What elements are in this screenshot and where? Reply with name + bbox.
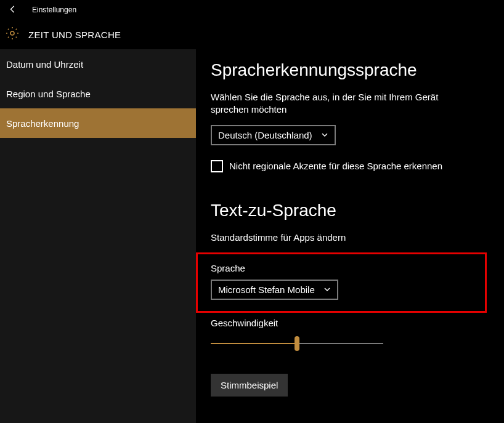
checkbox-icon: [211, 160, 223, 172]
checkbox-label: Nicht regionale Akzente für diese Sprach…: [229, 161, 442, 171]
chevron-down-icon: [323, 284, 331, 295]
back-icon[interactable]: [9, 5, 17, 15]
select-value: Microsoft Stefan Mobile: [218, 284, 315, 295]
preview-voice-button[interactable]: Stimmbeispiel: [211, 374, 288, 397]
section-description: Standardstimme für Apps ändern: [211, 232, 476, 244]
sidebar-item-speech[interactable]: Spracherkennung: [0, 108, 196, 138]
chevron-down-icon: [321, 130, 328, 140]
speed-slider[interactable]: [211, 340, 383, 348]
section-description: Wählen Sie die Sprache aus, in der Sie m…: [211, 91, 476, 116]
voice-select[interactable]: Microsoft Stefan Mobile: [211, 280, 338, 300]
accent-checkbox[interactable]: Nicht regionale Akzente für diese Sprach…: [211, 160, 489, 172]
page-header: ZEIT UND SPRACHE: [0, 20, 504, 49]
svg-point-0: [10, 31, 14, 35]
gear-icon: [5, 26, 20, 43]
button-label: Stimmbeispiel: [221, 380, 278, 390]
sidebar: Datum und Uhrzeit Region und Sprache Spr…: [0, 49, 196, 423]
voice-label: Sprache: [206, 263, 476, 273]
sidebar-item-label: Datum und Uhrzeit: [6, 59, 83, 70]
slider-track-empty: [297, 343, 383, 344]
section-title-speech-recognition: Spracherkennungssprache: [211, 60, 489, 80]
slider-track-filled: [211, 343, 297, 344]
sidebar-item-datetime[interactable]: Datum und Uhrzeit: [0, 49, 196, 79]
window-title: Einstellungen: [32, 6, 76, 14]
page-title: ZEIT UND SPRACHE: [28, 30, 121, 40]
speed-label: Geschwindigkeit: [211, 318, 489, 328]
content: Spracherkennungssprache Wählen Sie die S…: [196, 49, 504, 423]
titlebar: Einstellungen: [0, 0, 504, 20]
voice-highlight-box: Sprache Microsoft Stefan Mobile: [196, 252, 487, 313]
sidebar-item-label: Region und Sprache: [6, 89, 91, 99]
slider-thumb: [295, 336, 299, 351]
sidebar-item-region[interactable]: Region und Sprache: [0, 79, 196, 108]
section-title-tts: Text-zu-Sprache: [211, 201, 489, 220]
language-select[interactable]: Deutsch (Deutschland): [211, 125, 336, 145]
sidebar-item-label: Spracherkennung: [6, 118, 79, 129]
select-value: Deutsch (Deutschland): [218, 130, 312, 140]
